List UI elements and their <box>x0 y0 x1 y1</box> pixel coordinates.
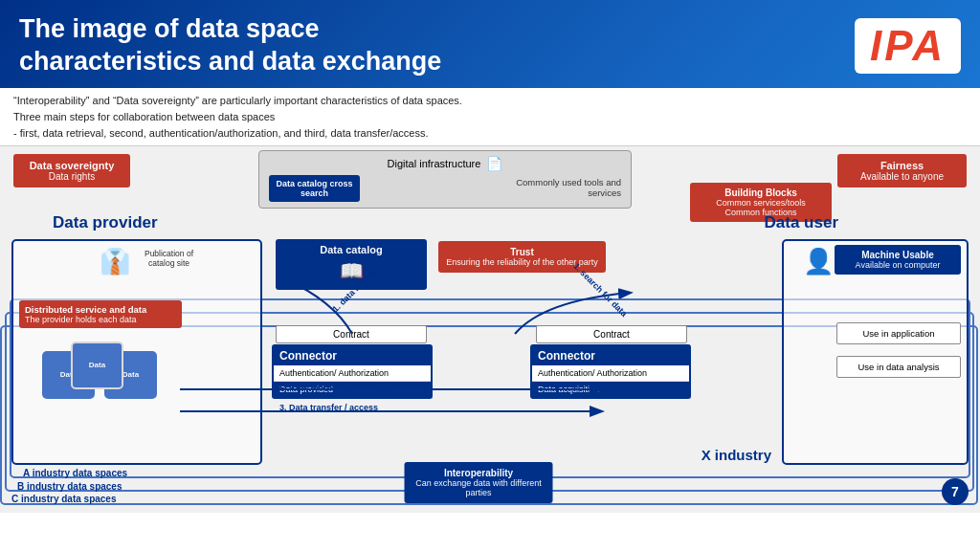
fairness-box: Fairness Available to anyone <box>837 154 967 187</box>
subtitle-line1: “Interoperability” and “Data sovereignty… <box>13 93 967 109</box>
ipa-logo: IPA <box>855 18 961 74</box>
subtitle-line3: - first, data retrieval, second, authent… <box>13 125 967 142</box>
arrow-label-2-auth: 2. User authentication/authorization <box>279 381 426 390</box>
auth-auth-right-row: Authentication/ Authorization <box>532 365 689 382</box>
data-provider-label: Data provider <box>53 213 158 232</box>
connector-right-header: Connector <box>530 344 691 365</box>
contract-left: Contract <box>276 325 427 343</box>
data-sovereignty-box: Data sovereignty Data rights <box>13 154 130 187</box>
use-application-box: Use in application <box>836 322 961 344</box>
user-box: 👤 Machine Usable Available on computer U… <box>782 239 969 465</box>
provider-person-icon: 👔 <box>100 247 130 276</box>
data-catalog-box: Data catalog 📖 <box>276 239 427 290</box>
common-tools-label: Commonly used tools and services <box>511 175 621 198</box>
connector-left-header: Connector <box>272 344 433 365</box>
data-user-label: Data user <box>765 213 838 232</box>
subtitle-line2: Three main steps for collaboration betwe… <box>13 109 967 125</box>
arrow-label-3-transfer: 3. Data transfer / access <box>279 403 378 412</box>
data-drums-area: Data Data Data <box>33 342 195 408</box>
book-icon: 📖 <box>283 259 419 282</box>
drum-front: Data <box>71 342 123 389</box>
provider-box: 👔 Publication of catalog site Distribute… <box>11 239 262 465</box>
use-data-analysis-box: Use in data analysis <box>836 356 961 378</box>
auth-auth-left-row: Authentication/ Authorization <box>274 365 431 382</box>
page-number: 7 <box>942 478 969 505</box>
publication-label: Publication of catalog site <box>133 249 205 268</box>
digital-infrastructure-box: Digital infrastructure 📄 Data catalog cr… <box>258 150 632 209</box>
digital-infra-title: Digital infrastructure <box>388 158 481 169</box>
industry-b-label: B industry data spaces <box>17 481 122 492</box>
x-industry-label: X industry <box>702 447 771 463</box>
data-catalog-cross-search: Data catalog cross search <box>269 175 360 202</box>
machine-usable-box: Machine Usable Available on computer <box>835 245 961 275</box>
industry-c-label: C industry data spaces <box>11 494 116 504</box>
industry-a-label: A industry data spaces <box>23 468 127 478</box>
interoperability-box: Interoperability Can exchange data with … <box>405 462 553 503</box>
diagram-area: 👔 Publication of catalog site Distribute… <box>8 237 972 507</box>
header-title: The image of data space characteristics … <box>19 13 441 78</box>
center-column: Data catalog 📖 Trust Ensuring the reliab… <box>268 239 689 507</box>
data-acquisition-row: Data acquisition <box>532 382 689 397</box>
distributed-service-box: Distributed service and data The provide… <box>19 300 182 328</box>
document-icon: 📄 <box>486 156 502 171</box>
subtitle-area: “Interoperability” and “Data sovereignty… <box>0 88 980 146</box>
contract-right: Contract <box>536 325 687 343</box>
user-person-icon: 👤 <box>803 247 834 276</box>
main-content: Data sovereignty Data rights Fairness Av… <box>0 146 980 513</box>
connector-right-content: Authentication/ Authorization Data acqui… <box>530 365 691 399</box>
header: The image of data space characteristics … <box>0 0 980 88</box>
